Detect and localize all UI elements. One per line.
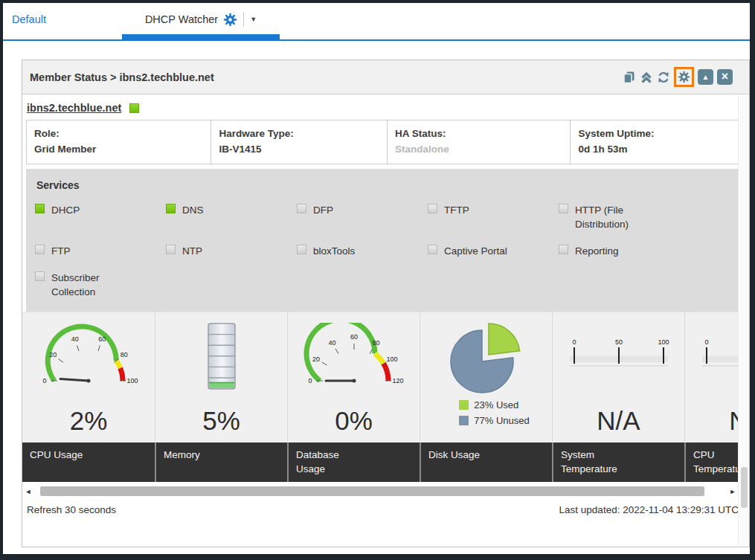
tab-settings-gear-icon[interactable] bbox=[223, 13, 237, 27]
dashboard-tabbar: Default DHCP Watcher ▼ bbox=[3, 3, 750, 40]
duplicate-icon[interactable] bbox=[623, 71, 636, 84]
last-updated-text: Last updated: 2022-11-04 13:29:31 UTC bbox=[559, 504, 739, 515]
service-label: DNS bbox=[182, 203, 204, 218]
gauge-label-text: Memory bbox=[164, 448, 234, 463]
svg-text:100: 100 bbox=[386, 355, 397, 363]
service-status-on-indicator bbox=[35, 204, 45, 213]
scrollbar-thumb[interactable] bbox=[40, 486, 704, 496]
service-ntp: NTP bbox=[166, 244, 297, 259]
widget-title: Member Status > ibns2.techblue.net bbox=[30, 71, 623, 83]
settings-gear-icon[interactable] bbox=[674, 67, 694, 87]
info-value: IB-V1415 bbox=[219, 142, 379, 158]
svg-text:0: 0 bbox=[704, 338, 708, 346]
service-dfp: DFP bbox=[297, 203, 428, 218]
service-label: Reporting bbox=[575, 244, 619, 259]
service-bloxtools: bloxTools bbox=[297, 244, 428, 259]
tab-separator bbox=[243, 12, 244, 27]
member-info-table: Role: Grid Member Hardware Type: IB-V141… bbox=[26, 120, 739, 164]
legend-label: 23% Used bbox=[474, 399, 518, 411]
svg-text:80: 80 bbox=[121, 351, 128, 358]
info-label: HA Status: bbox=[395, 126, 562, 142]
service-label: bloxTools bbox=[313, 244, 355, 259]
member-link[interactable]: ibns2.techblue.net bbox=[27, 102, 121, 114]
memory-chart bbox=[155, 312, 287, 399]
gauge-label-band: CPU UsageMemoryDatabase UsageDisk UsageS… bbox=[22, 442, 739, 483]
system-temperature-chart: 050100 bbox=[553, 312, 684, 399]
service-status-off-indicator bbox=[297, 245, 306, 254]
legend-item: 23% Used bbox=[459, 399, 529, 411]
gauge-value: 0% bbox=[335, 406, 373, 436]
service-captive-portal: Captive Portal bbox=[428, 244, 559, 259]
service-status-off-indicator bbox=[166, 245, 176, 254]
collapse-all-icon[interactable] bbox=[640, 71, 653, 84]
service-label: Subscriber Collection bbox=[51, 271, 117, 300]
svg-text:100: 100 bbox=[658, 338, 669, 346]
cpu-usage-chart: 020406080100 bbox=[22, 312, 155, 399]
info-value: Grid Member bbox=[34, 142, 203, 158]
services-title: Services bbox=[36, 179, 739, 191]
service-label: FTP bbox=[51, 244, 71, 259]
refresh-icon[interactable] bbox=[657, 71, 670, 84]
service-status-off-indicator bbox=[559, 245, 568, 254]
services-grid: DHCPDNSDFPTFTPHTTP (File Distribution)FT… bbox=[35, 203, 739, 300]
service-reporting: Reporting bbox=[559, 244, 690, 259]
gauge-label-system-temperature: System Temperature bbox=[552, 442, 684, 483]
service-status-on-indicator bbox=[166, 204, 176, 213]
gauge-value: 2% bbox=[70, 406, 108, 436]
gauge-label-cpu-usage: CPU Usage bbox=[22, 442, 155, 483]
info-label: Hardware Type: bbox=[219, 126, 379, 142]
service-label: NTP bbox=[182, 244, 202, 259]
svg-text:80: 80 bbox=[372, 339, 379, 347]
minimize-widget-button[interactable]: ▲ bbox=[698, 69, 713, 85]
gauge-label-text: CPU Temperature bbox=[693, 448, 739, 477]
tab-dhcp-watcher[interactable]: DHCP Watcher ▼ bbox=[122, 3, 280, 36]
scrollbar-track[interactable] bbox=[34, 486, 727, 496]
gauge-readout: 2% bbox=[22, 399, 155, 442]
scroll-right-arrow-icon[interactable]: ► bbox=[728, 488, 737, 495]
vertical-scrollbar-thumb[interactable] bbox=[741, 467, 748, 508]
database-usage-chart: 020406080100120 bbox=[288, 312, 420, 399]
info-label: System Uptime: bbox=[578, 126, 730, 142]
service-label: Captive Portal bbox=[444, 244, 507, 259]
svg-text:60: 60 bbox=[350, 333, 357, 341]
service-label: TFTP bbox=[444, 203, 469, 218]
info-label: Role: bbox=[34, 126, 203, 142]
services-section: Services DHCPDNSDFPTFTPHTTP (File Distri… bbox=[26, 169, 739, 312]
info-cell-system-uptime: System Uptime: 0d 1h 53m bbox=[570, 120, 738, 164]
vertical-scrollbar[interactable] bbox=[738, 95, 749, 546]
svg-text:20: 20 bbox=[49, 351, 57, 358]
scroll-left-arrow-icon[interactable]: ◄ bbox=[24, 488, 33, 495]
tab-default[interactable]: Default bbox=[12, 13, 46, 25]
widget-toolbar: ▲ × bbox=[623, 67, 733, 87]
gauge-label-database-usage: Database Usage bbox=[287, 442, 420, 483]
tabbar-bottom-line bbox=[3, 39, 750, 41]
cpu-temperature-chart: 050100 bbox=[685, 312, 739, 399]
close-widget-button[interactable]: × bbox=[717, 69, 733, 85]
gauge-label-memory: Memory bbox=[155, 442, 287, 483]
tab-menu-caret-icon[interactable]: ▼ bbox=[250, 16, 257, 23]
info-cell-hardware-type: Hardware Type: IB-V1415 bbox=[211, 120, 387, 164]
svg-text:0: 0 bbox=[42, 377, 46, 384]
gauge-memory: 5% bbox=[155, 312, 287, 442]
service-ftp: FTP bbox=[35, 244, 166, 259]
gauge-readout: 23% Used77% Unused bbox=[420, 399, 552, 442]
gauge-value: 5% bbox=[202, 406, 240, 436]
horizontal-scrollbar: ◄ ► bbox=[24, 485, 737, 498]
service-label: DFP bbox=[313, 203, 333, 218]
gauge-value: N/A bbox=[597, 406, 640, 436]
gauge-label-text: CPU Usage bbox=[30, 448, 100, 463]
svg-text:50: 50 bbox=[614, 338, 622, 346]
gauge-label-text: Disk Usage bbox=[428, 448, 499, 463]
info-value: Standalone bbox=[395, 142, 562, 158]
service-status-off-indicator bbox=[428, 204, 437, 213]
active-tab-underline bbox=[122, 34, 280, 39]
gauge-label-text: System Temperature bbox=[561, 448, 632, 477]
service-status-off-indicator bbox=[297, 204, 306, 213]
service-status-off-indicator bbox=[35, 245, 45, 254]
gauge-cpu-usage: 0204060801002% bbox=[22, 312, 155, 442]
member-row: ibns2.techblue.net bbox=[22, 94, 739, 120]
disk-usage-chart bbox=[420, 312, 552, 399]
info-cell-role: Role: Grid Member bbox=[27, 120, 211, 164]
legend-color-swatch bbox=[459, 416, 469, 425]
gauge-readout: 5% bbox=[155, 399, 287, 442]
